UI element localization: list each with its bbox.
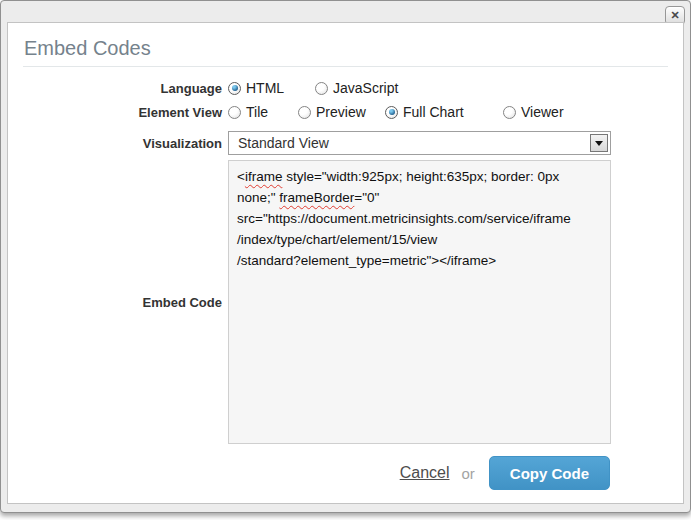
embed-code-line: /index/type/chart/element/15/view [237, 229, 602, 250]
embed-code-textarea[interactable]: <iframe style="width:925px; height:635px… [228, 160, 611, 444]
radio-option-label: Preview [316, 104, 366, 120]
radio-icon [385, 106, 398, 119]
radio-option-label: HTML [246, 80, 284, 96]
chevron-down-icon [595, 141, 603, 146]
or-text: or [461, 465, 474, 482]
visualization-label: Visualization [8, 131, 222, 152]
language-label: Language [8, 80, 222, 97]
embed-code-label: Embed Code [8, 294, 222, 311]
dialog-title: Embed Codes [24, 37, 667, 59]
radio-icon [315, 82, 328, 95]
radio-icon [228, 106, 241, 119]
radio-icon [503, 106, 516, 119]
embed-code-line: /standard?element_type=metric"></iframe> [237, 250, 602, 271]
element-view-label: Element View [8, 104, 222, 121]
radio-option-javascript[interactable]: JavaScript [315, 80, 398, 96]
visualization-selected-value: Standard View [229, 135, 610, 151]
embed-code-line: none;" frameBorder="0" [237, 187, 602, 208]
embed-codes-dialog: ✕ Embed Codes Language HTMLJavaScript El… [0, 0, 691, 513]
embed-form: Language HTMLJavaScript Element View Til… [8, 80, 683, 444]
title-divider [23, 66, 668, 67]
radio-icon [298, 106, 311, 119]
dialog-footer: Cancel or Copy Code [400, 456, 610, 490]
close-icon: ✕ [670, 9, 679, 22]
visualization-row: Visualization Standard View [8, 131, 683, 155]
radio-option-html[interactable]: HTML [228, 80, 315, 96]
embed-code-row: Embed Code <iframe style="width:925px; h… [8, 160, 683, 444]
dialog-body: Embed Codes Language HTMLJavaScript Elem… [7, 22, 684, 504]
language-options: HTMLJavaScript [228, 80, 398, 96]
radio-option-tile[interactable]: Tile [228, 104, 298, 120]
radio-option-full-chart[interactable]: Full Chart [385, 104, 503, 120]
radio-option-label: Viewer [521, 104, 564, 120]
copy-code-button[interactable]: Copy Code [489, 456, 610, 490]
radio-option-label: Full Chart [403, 104, 464, 120]
radio-option-preview[interactable]: Preview [298, 104, 385, 120]
embed-code-line: <iframe style="width:925px; height:635px… [237, 166, 602, 187]
radio-option-viewer[interactable]: Viewer [503, 104, 564, 120]
visualization-select[interactable]: Standard View [228, 131, 611, 155]
element-view-row: Element View TilePreviewFull ChartViewer [8, 104, 683, 121]
language-row: Language HTMLJavaScript [8, 80, 683, 97]
embed-code-line: src="https://document.metricinsights.com… [237, 208, 602, 229]
radio-option-label: Tile [246, 104, 268, 120]
radio-icon [228, 82, 241, 95]
cancel-link[interactable]: Cancel [400, 464, 450, 482]
element-view-options: TilePreviewFull ChartViewer [228, 104, 564, 120]
select-dropdown-button[interactable] [590, 134, 608, 152]
radio-option-label: JavaScript [333, 80, 398, 96]
